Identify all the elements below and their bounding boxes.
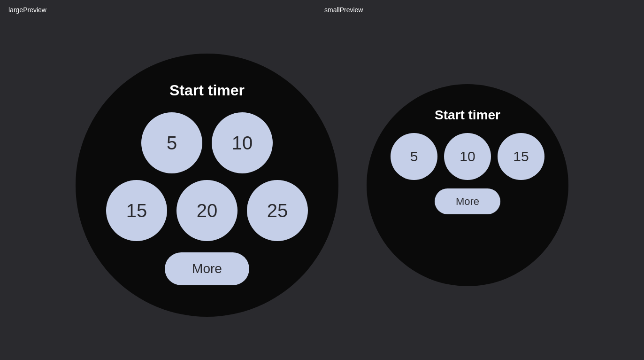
small-watch-title: Start timer: [435, 108, 500, 123]
large-preview-label: largePreview: [8, 6, 46, 14]
large-btn-10[interactable]: 10: [212, 112, 273, 173]
large-timer-grid: 5 10 15 20 25 More: [106, 112, 308, 285]
small-btn-10[interactable]: 10: [444, 133, 491, 180]
small-watch-preview: Start timer 5 10 15 More: [367, 84, 568, 286]
small-btn-15[interactable]: 15: [498, 133, 544, 180]
large-btn-15[interactable]: 15: [106, 180, 167, 241]
small-row-1: 5 10 15: [391, 133, 544, 180]
large-watch-preview: Start timer 5 10 15 20 25: [76, 54, 338, 317]
large-btn-5[interactable]: 5: [141, 112, 202, 173]
small-btn-5[interactable]: 5: [391, 133, 437, 180]
large-watch-title: Start timer: [169, 82, 245, 99]
large-row-2: 15 20 25: [106, 180, 308, 241]
large-row-1: 5 10: [141, 112, 273, 173]
large-btn-25[interactable]: 25: [247, 180, 308, 241]
small-preview-label: smallPreview: [324, 6, 363, 14]
small-more-button[interactable]: More: [435, 188, 500, 214]
small-timer-grid: 5 10 15 More: [391, 133, 544, 214]
large-more-button[interactable]: More: [165, 252, 249, 285]
large-btn-20[interactable]: 20: [176, 180, 238, 241]
